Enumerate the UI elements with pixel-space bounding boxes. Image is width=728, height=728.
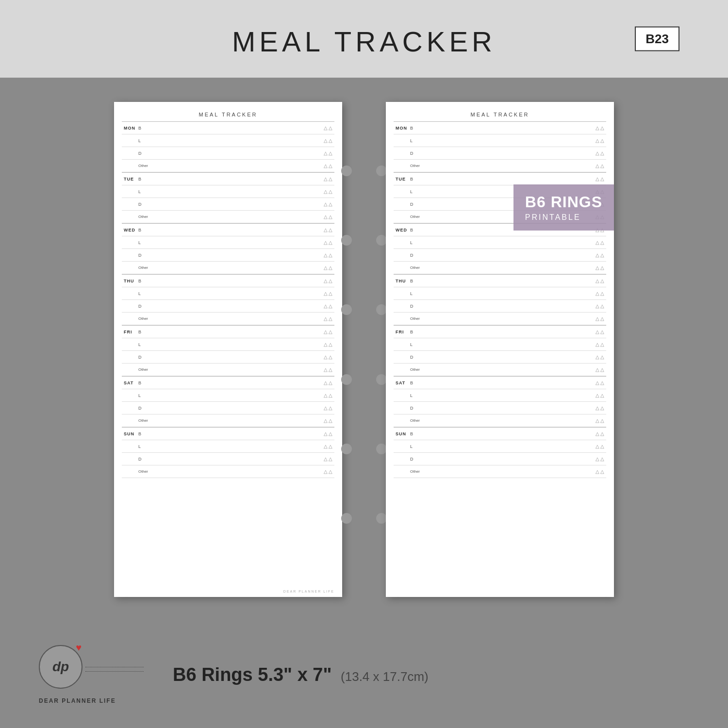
left-footer: DEAR PLANNER LIFE — [283, 590, 334, 593]
meal-row-thu-other: Other △△ — [122, 313, 334, 325]
meal-line — [146, 275, 322, 287]
right-day-wed: WED B △△ L △△ D △△ — [394, 223, 606, 274]
meal-line — [146, 148, 322, 159]
meal-line — [146, 339, 322, 350]
meal-b: B — [137, 228, 146, 232]
day-label-tue: TUE — [122, 177, 137, 182]
meal-row-sat-l: L △△ — [122, 389, 334, 402]
day-thu: THU B △△ L △△ D △△ — [122, 274, 334, 325]
ring — [376, 444, 387, 454]
left-page-title: MEAL TRACKER — [122, 112, 334, 117]
meal-row-fri-d: D △△ — [122, 351, 334, 364]
meal-line — [146, 249, 322, 261]
product-badge: B23 — [635, 27, 679, 51]
meal-line — [146, 453, 322, 465]
meal-b: B — [137, 330, 146, 334]
meal-line — [151, 160, 322, 172]
water-drops: △△ — [322, 291, 334, 296]
ring — [376, 513, 387, 524]
meal-other: Other — [137, 367, 151, 372]
water-drops: △△ — [322, 177, 334, 182]
ring — [376, 235, 387, 246]
right-rings — [376, 97, 387, 592]
meal-line — [146, 199, 322, 210]
logo-circle: dp ♥ — [39, 645, 83, 689]
meal-line — [146, 300, 322, 312]
water-drops: △△ — [322, 342, 334, 347]
ring — [341, 374, 352, 385]
right-page-wrapper: B6 RINGS PRINTABLE MEAL TRACKER MON B △△ — [386, 97, 614, 602]
meal-row-sat-b: SAT B △△ — [122, 377, 334, 389]
right-planner-page: MEAL TRACKER MON B △△ L △△ D — [386, 102, 614, 597]
meal-row-sat-d: D △△ — [122, 402, 334, 414]
meal-other: Other — [137, 215, 151, 219]
meal-d: D — [137, 355, 146, 360]
meal-d: D — [137, 202, 146, 207]
ring — [341, 165, 352, 176]
meal-line — [146, 326, 322, 338]
r-meal-row-mon-other: Other △△ — [394, 160, 606, 172]
meal-line — [146, 402, 322, 414]
meal-row-mon-l: L △△ — [122, 134, 334, 147]
meal-d: D — [137, 406, 146, 411]
day-label-mon: MON — [122, 126, 137, 131]
meal-line — [146, 186, 322, 198]
r-meal-row-mon-b: MON B △△ — [394, 122, 606, 134]
water-drops: △△ — [322, 431, 334, 436]
day-label-wed: WED — [122, 228, 137, 232]
meal-line — [146, 390, 322, 401]
brand-name: DEAR PLANNER LIFE — [39, 697, 116, 704]
meal-line — [146, 288, 322, 299]
page-title: MEAL TRACKER — [232, 25, 496, 58]
r-meal-row-mon-d: D △△ — [394, 147, 606, 160]
meal-l: L — [137, 240, 146, 245]
meal-row-sun-l: L △△ — [122, 440, 334, 453]
water-drops: △△ — [322, 253, 334, 258]
water-drops: △△ — [322, 367, 334, 372]
meal-line — [146, 122, 322, 134]
water-drops: △△ — [322, 279, 334, 283]
meal-line — [151, 313, 322, 325]
water-drops: △△ — [322, 304, 334, 309]
r-meal-row-mon-l: L △△ — [394, 134, 606, 147]
water-drops: △△ — [322, 265, 334, 270]
meal-row-tue-l: L △△ — [122, 185, 334, 198]
meal-line — [146, 351, 322, 363]
water-drops: △△ — [322, 355, 334, 360]
b6-badge-title: B6 RINGS — [525, 193, 602, 211]
meal-l: L — [137, 342, 146, 347]
meal-l: L — [137, 444, 146, 449]
meal-other: Other — [137, 164, 151, 168]
meal-other: Other — [137, 418, 151, 423]
meal-row-mon-b: MON B △△ — [122, 122, 334, 134]
day-label-sun: SUN — [122, 431, 137, 436]
water-drops: △△ — [322, 469, 334, 474]
meal-row-wed-l: L △△ — [122, 236, 334, 249]
water-drops: △△ — [322, 164, 334, 168]
day-label-thu: THU — [122, 279, 137, 283]
water-drops: △△ — [322, 418, 334, 423]
meal-row-fri-b: FRI B △△ — [122, 326, 334, 338]
right-day-fri: FRI B △△ L △△ D △△ — [394, 325, 606, 376]
meal-row-thu-d: D △△ — [122, 300, 334, 313]
meal-line — [151, 211, 322, 223]
right-page-title: MEAL TRACKER — [394, 112, 606, 117]
water-drops: △△ — [322, 215, 334, 219]
water-drops: △△ — [322, 202, 334, 207]
logo-dp-text: dp — [52, 659, 69, 675]
meal-line — [146, 441, 322, 452]
water-drops: △△ — [322, 393, 334, 398]
meal-row-tue-other: Other △△ — [122, 211, 334, 223]
meal-l: L — [137, 189, 146, 194]
right-day-sun: SUN B △△ L △△ D △△ — [394, 427, 606, 478]
meal-b: B — [137, 381, 146, 385]
day-label-fri: FRI — [122, 330, 137, 334]
meal-other: Other — [137, 265, 151, 270]
water-drops: △△ — [322, 189, 334, 194]
bottom-section: dp ♥ DEAR PLANNER LIFE B6 Rings 5.3" x 7… — [0, 621, 728, 728]
size-metric: (13.4 x 17.7cm) — [341, 669, 429, 684]
meal-line — [146, 224, 322, 236]
meal-line — [146, 237, 322, 248]
logo-heart-icon: ♥ — [76, 642, 82, 653]
meal-other: Other — [137, 469, 151, 474]
